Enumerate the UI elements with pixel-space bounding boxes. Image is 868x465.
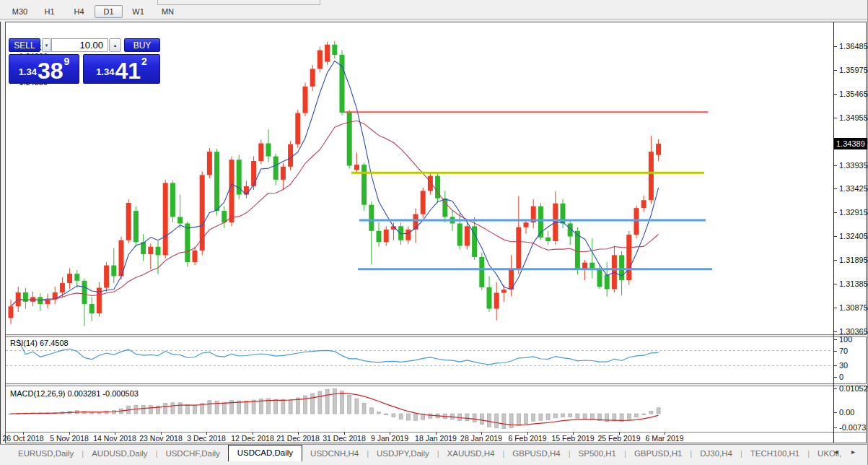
buy-price-pip: 2 <box>141 56 147 67</box>
price-axis-label: 1.33935 <box>839 160 868 170</box>
price-axis-label: 1.30875 <box>839 303 868 313</box>
chart-tab-eurusd-daily[interactable]: EURUSD,Daily <box>10 446 82 461</box>
timeframe-button-h4[interactable]: H4 <box>65 5 93 18</box>
time-axis-label: 18 Jan 2019 <box>415 434 457 443</box>
rsi-axis-label: 100 <box>839 334 868 344</box>
time-axis-label: 6 Feb 2019 <box>508 434 546 443</box>
timeframe-button-mn[interactable]: MN <box>154 5 182 18</box>
time-axis-label: 31 Dec 2018 <box>323 434 366 443</box>
chart-tab-usdcnh-h4[interactable]: USDCNH,H4 <box>302 446 367 461</box>
price-axis-tick <box>834 165 837 166</box>
time-axis-label: 23 Nov 2018 <box>139 434 183 443</box>
time-axis-label: 15 Feb 2019 <box>552 434 595 443</box>
sell-price-pip: 9 <box>64 56 70 67</box>
price-axis-border <box>833 22 834 443</box>
time-axis-label: 28 Jan 2019 <box>460 434 502 443</box>
one-click-trading-panel: SELL ▾ ▴ BUY 1.34 38 9 1.34 41 2 <box>9 38 161 84</box>
price-axis-tick <box>834 94 837 95</box>
macd-panel-splitter[interactable] <box>6 383 867 386</box>
chart-tab-gbpusd-h1[interactable]: GBPUSD,H1 <box>626 446 690 461</box>
status-bar <box>0 462 868 465</box>
chart-tab-usdchf-daily[interactable]: USDCHF,Daily <box>157 446 227 461</box>
timeframe-button-m30[interactable]: M30 <box>6 5 34 18</box>
time-axis-label: 14 Nov 2018 <box>93 434 136 443</box>
time-axis-label: 6 Mar 2019 <box>645 434 683 443</box>
rsi-axis-tick <box>834 339 837 340</box>
volume-input[interactable] <box>51 38 108 52</box>
time-axis-label: 9 Jan 2019 <box>371 434 408 443</box>
macd-axis-label: -0.0073 <box>839 422 868 433</box>
macd-axis-label: 0.00 <box>839 407 868 417</box>
macd-axis-tick <box>834 427 837 428</box>
rsi-axis-label: 70 <box>839 346 868 356</box>
sell-price-main: 38 <box>38 61 63 80</box>
macd-axis-label: 0.010525 <box>839 383 868 394</box>
tab-scroll-arrows[interactable]: ◂ ▸ <box>834 448 861 456</box>
timeframe-button-h1[interactable]: H1 <box>35 5 63 18</box>
time-axis-label: 21 Dec 2018 <box>276 434 320 443</box>
time-axis-label: 5 Nov 2018 <box>50 434 89 443</box>
timeframe-button-w1[interactable]: W1 <box>124 5 152 18</box>
current-price-tag: 1.34389 <box>834 138 867 149</box>
timeframe-button-d1[interactable]: D1 <box>95 5 123 18</box>
price-axis-label: 1.32405 <box>839 231 868 241</box>
price-axis-tick <box>834 308 837 308</box>
sell-price-button[interactable]: 1.34 38 9 <box>9 54 79 84</box>
price-axis-label: 1.31895 <box>839 255 868 265</box>
rsi-label: RSI(14) 67.4508 <box>10 339 69 347</box>
rsi-axis-tick <box>834 377 837 378</box>
price-axis-tick <box>834 284 837 284</box>
chart-tab-dj30-h4[interactable]: DJ30,H4 <box>692 446 740 461</box>
volume-increase-button[interactable]: ▴ <box>109 38 121 52</box>
price-axis-label: 1.33425 <box>839 183 868 194</box>
price-axis-tick <box>834 331 837 332</box>
chart-tab-sp500-h1[interactable]: SP500,H1 <box>571 446 624 461</box>
time-axis[interactable]: 26 Oct 20185 Nov 201814 Nov 201823 Nov 2… <box>6 433 833 443</box>
rsi-line <box>18 339 658 365</box>
window-left-edge <box>0 0 1 465</box>
time-axis-label: 3 Dec 2018 <box>187 434 226 443</box>
price-axis-label: 1.31385 <box>839 279 868 289</box>
time-axis-label: 25 Feb 2019 <box>598 434 641 443</box>
rsi-axis-label: 0 <box>839 372 868 382</box>
trading-platform-window: M30H1H4D1W1MN ▲ USDCAD,Daily 1.34206 1.3… <box>0 0 868 465</box>
rsi-axis-label: 30 <box>839 360 868 370</box>
chart-tab-xauusd-h4[interactable]: XAUUSD,H4 <box>439 446 503 461</box>
price-axis-label: 1.36485 <box>839 41 868 51</box>
chart-tab-usdjpy-daily[interactable]: USDJPY,Daily <box>369 446 437 461</box>
macd-axis-tick <box>834 412 837 413</box>
price-axis-tick <box>834 236 837 237</box>
rsi-axis-tick <box>834 365 837 366</box>
rsi-axis-tick <box>834 351 837 352</box>
buy-price-prefix: 1.34 <box>96 66 114 77</box>
price-axis-label: 1.35975 <box>839 65 868 75</box>
buy-price-button[interactable]: 1.34 41 2 <box>83 54 160 84</box>
chart-tab-usdcad-daily[interactable]: USDCAD,Daily <box>228 445 302 461</box>
chart-tab-audusd-daily[interactable]: AUDUSD,Daily <box>84 446 155 461</box>
buy-price-main: 41 <box>115 61 141 80</box>
docked-panel-edge <box>320 0 320 4</box>
price-axis-tick <box>834 188 837 189</box>
toolbar-separator-highlight <box>0 19 868 20</box>
chart-tab-gbpusd-h4[interactable]: GBPUSD,H4 <box>504 446 568 461</box>
buy-button[interactable]: BUY <box>124 38 160 52</box>
price-axis-tick <box>834 46 837 47</box>
volume-decrease-button[interactable]: ▾ <box>42 38 51 52</box>
price-axis-tick <box>834 70 837 71</box>
chart-tab-tech100-h1[interactable]: TECH100,H1 <box>742 446 807 461</box>
time-axis-label: 26 Oct 2018 <box>2 434 43 443</box>
price-axis-label: 1.34955 <box>839 113 868 123</box>
time-axis-label: 12 Dec 2018 <box>231 434 274 443</box>
macd-label: MACD(12,26,9) 0.003281 -0.000503 <box>10 389 139 398</box>
timeframe-buttons: M30H1H4D1W1MN <box>6 4 183 19</box>
macd-axis-tick <box>834 388 837 389</box>
sell-button[interactable]: SELL <box>9 38 40 52</box>
price-axis-label: 1.32915 <box>839 207 868 217</box>
price-axis-tick <box>834 118 837 118</box>
price-axis-tick <box>834 260 837 261</box>
timeframe-toolbar: M30H1H4D1W1MN <box>0 0 868 22</box>
sell-price-prefix: 1.34 <box>19 66 37 77</box>
price-axis-tick <box>834 212 837 213</box>
price-axis-label: 1.35465 <box>839 89 868 99</box>
rsi-indicator-canvas[interactable] <box>6 336 833 378</box>
